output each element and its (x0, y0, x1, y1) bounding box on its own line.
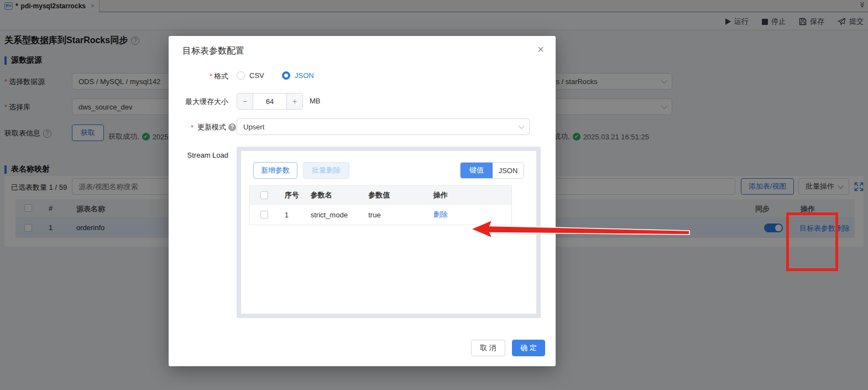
param-row-checkbox[interactable] (260, 211, 268, 219)
params-table: 序号 参数名 参数值 操作 1 strict_mode true 删除 (249, 185, 512, 225)
update-mode-select[interactable]: Upsert (237, 118, 530, 135)
format-label-text: 格式 (214, 72, 228, 80)
params-table-header: 序号 参数名 参数值 操作 (250, 186, 511, 205)
cache-size-input[interactable] (253, 93, 287, 109)
col-param-name: 参数名 (305, 186, 363, 205)
segment-json[interactable]: JSON (493, 163, 524, 178)
param-seq: 1 (279, 205, 305, 225)
param-name: strict_mode (305, 205, 363, 225)
app-root: P≈ * pdi-mysql2starrocks × ≫ 运行 停止 (0, 0, 868, 390)
add-param-label: 新增参数 (261, 165, 290, 175)
ok-label: 确 定 (520, 343, 537, 353)
annotation-highlight-box (786, 212, 838, 271)
radio-csv[interactable] (237, 71, 245, 80)
add-param-button[interactable]: 新增参数 (253, 162, 297, 179)
param-delete-link[interactable]: 删除 (433, 210, 448, 220)
target-table-params-modal: 目标表参数配置 × *格式 CSV JSON 最大缓存大小 − + MB *更新… (169, 36, 556, 366)
stream-load-label: Stream Load (169, 151, 228, 159)
format-label: *格式 (169, 71, 228, 81)
required-asterisk: * (210, 72, 212, 80)
view-mode-segmented: 键值 JSON (460, 162, 524, 179)
cancel-label: 取 消 (480, 343, 496, 353)
modal-title: 目标表参数配置 (182, 45, 244, 57)
cancel-button[interactable]: 取 消 (471, 340, 505, 356)
cache-size-stepper: − + (237, 93, 303, 110)
params-table-row: 1 strict_mode true 删除 (250, 205, 511, 225)
modal-close-icon[interactable]: × (537, 44, 544, 55)
param-value: true (363, 205, 427, 225)
cache-unit-label: MB (310, 97, 321, 105)
radio-json[interactable] (282, 71, 290, 80)
required-asterisk: * (191, 123, 194, 132)
stepper-plus-button[interactable]: + (287, 93, 302, 109)
ok-button[interactable]: 确 定 (512, 340, 545, 356)
cache-size-label: 最大缓存大小 (169, 97, 228, 107)
params-select-all-checkbox[interactable] (260, 191, 268, 199)
radio-csv-label[interactable]: CSV (249, 71, 264, 80)
batch-delete-button[interactable]: 批量删除 (303, 162, 349, 179)
update-mode-value: Upsert (243, 123, 519, 131)
col-param-value: 参数值 (363, 186, 427, 205)
batch-delete-label: 批量删除 (312, 165, 341, 175)
update-mode-label-text: 更新模式 (197, 122, 226, 132)
update-mode-label: *更新模式 ? (169, 122, 236, 132)
stream-load-panel-inner: 新增参数 批量删除 键值 JSON 序号 参数名 参数值 操作 (241, 151, 536, 314)
stream-load-panel: 新增参数 批量删除 键值 JSON 序号 参数名 参数值 操作 (237, 147, 541, 318)
col-seq: 序号 (279, 186, 305, 205)
col-action: 操作 (428, 186, 511, 205)
radio-json-label[interactable]: JSON (295, 71, 314, 80)
stepper-minus-button[interactable]: − (237, 93, 253, 109)
segment-key-value[interactable]: 键值 (461, 163, 493, 178)
chevron-down-icon (519, 123, 525, 129)
help-icon-filled[interactable]: ? (228, 123, 236, 131)
